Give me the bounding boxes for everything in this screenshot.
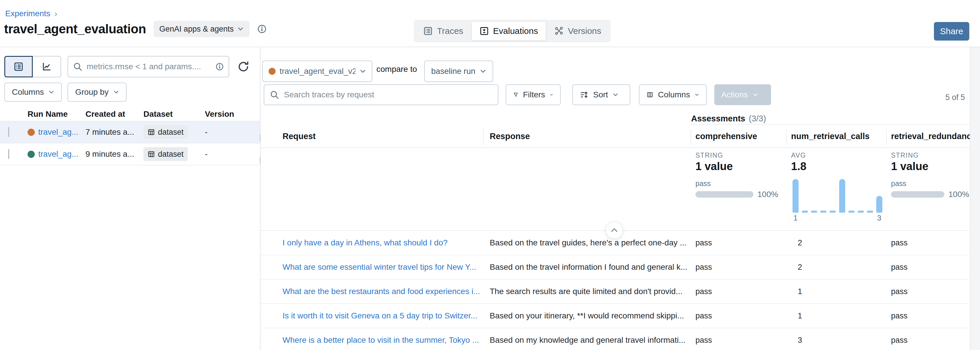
group-by-label: Group by — [75, 88, 108, 97]
baseline-run-dropdown[interactable]: baseline run — [424, 60, 493, 82]
collapse-summary-button[interactable] — [606, 222, 622, 239]
run-filter-box — [67, 56, 229, 77]
dataset-tag-label: dataset — [158, 150, 184, 159]
request-link[interactable]: Is it worth it to visit Geneva on a 5 da… — [283, 311, 483, 320]
baseline-run-label: baseline run — [431, 67, 476, 76]
info-icon[interactable] — [215, 62, 224, 71]
compare-to-label: compare to — [376, 65, 417, 74]
run-checkbox[interactable] — [8, 127, 9, 137]
traces-list-icon — [423, 26, 433, 36]
num-retrieval-calls-value: 1 — [786, 312, 886, 320]
trace-search-input[interactable] — [283, 90, 493, 100]
histogram-max-label: 3 — [877, 213, 881, 223]
run-table: Run Name Created at Dataset Version trav… — [0, 108, 260, 165]
evaluations-plusminus-icon — [479, 26, 489, 36]
tab-versions[interactable]: Versions — [547, 22, 609, 40]
chevron-down-icon — [612, 92, 618, 98]
experiment-type-label: GenAI apps & agents — [159, 25, 234, 33]
summary-type-label: STRING — [891, 151, 919, 159]
actions-button[interactable]: Actions — [714, 84, 771, 105]
run-name-link[interactable]: travel_ag... — [38, 127, 78, 137]
num-retrieval-calls-value: 1 — [786, 287, 886, 296]
eval-rows: I only have a day in Athens, what should… — [261, 231, 969, 350]
assessments-count: (3/3) — [749, 114, 766, 123]
run-selector-label: travel_agent_eval_v2 — [280, 67, 356, 76]
dataset-header: Dataset — [143, 110, 205, 119]
share-button[interactable]: Share — [934, 22, 969, 41]
histogram-empty-bin — [811, 211, 817, 213]
num-retrieval-calls-value: 2 — [786, 263, 886, 272]
refresh-icon[interactable] — [237, 60, 250, 73]
histogram-bar — [839, 179, 845, 213]
vertical-scrollbar[interactable] — [970, 47, 980, 350]
version-header: Version — [205, 110, 260, 119]
table-view-button[interactable] — [4, 56, 33, 77]
tab-evaluations[interactable]: Evaluations — [471, 21, 546, 41]
search-icon — [269, 90, 279, 100]
request-link[interactable]: I only have a day in Athens, what should… — [283, 238, 483, 247]
assessment-column-header: comprehensive — [690, 125, 786, 148]
run-checkbox[interactable] — [8, 149, 9, 159]
histogram-bar — [792, 179, 799, 213]
tab-traces[interactable]: Traces — [415, 22, 471, 40]
trace-count-label: 5 of 5 — [945, 93, 965, 102]
columns-button[interactable]: Columns — [639, 84, 707, 105]
progress-percent: 100% — [757, 190, 778, 199]
request-link[interactable]: What are some essential winter travel ti… — [283, 262, 483, 272]
sort-button[interactable]: Sort — [572, 84, 630, 105]
summary-type-label: STRING — [695, 151, 723, 159]
comprehensive-value: pass — [690, 287, 786, 296]
progress-bar — [695, 191, 753, 197]
run-table-rows: travel_ag...7 minutes a...dataset-travel… — [0, 121, 260, 165]
assessment-column-header: num_retrieval_calls — [786, 125, 886, 148]
eval-table-row[interactable]: What are some essential winter travel ti… — [261, 255, 969, 280]
summary-value: 1.8 — [791, 160, 807, 173]
response-text: The search results are quite limited and… — [483, 287, 690, 296]
chevron-down-icon — [695, 92, 699, 98]
assessment-column-header: retrieval_redundancy — [886, 125, 969, 148]
run-name-link[interactable]: travel_ag... — [38, 150, 78, 159]
dataset-tag[interactable]: dataset — [143, 147, 188, 161]
run-version: - — [205, 150, 260, 159]
run-color-dot — [27, 151, 35, 158]
chart-view-button[interactable] — [33, 56, 61, 77]
group-by-button[interactable]: Group by — [67, 83, 126, 102]
eval-table-row[interactable]: Where is a better place to visit in the … — [261, 328, 969, 350]
summary-type-label: AVG — [791, 151, 806, 159]
request-column-header: Request — [261, 125, 483, 148]
histogram-min-label: 1 — [793, 213, 797, 223]
dataset-tag[interactable]: dataset — [143, 125, 188, 139]
chevron-down-icon — [480, 68, 486, 75]
comprehensive-value: pass — [690, 312, 786, 320]
eval-table-row[interactable]: Is it worth it to visit Geneva on a 5 da… — [261, 304, 969, 328]
run-filter-input[interactable] — [86, 62, 212, 72]
sidebar-columns-button[interactable]: Columns — [4, 83, 62, 102]
chevron-up-icon — [610, 226, 618, 234]
sort-label: Sort — [593, 90, 608, 99]
columns-label: Columns — [658, 90, 690, 99]
filters-button[interactable]: Filters — [506, 84, 561, 105]
dataset-grid-icon — [148, 128, 155, 136]
overflow-menu-icon[interactable] — [966, 25, 970, 41]
request-link[interactable]: What are the best restaurants and food e… — [283, 287, 483, 296]
chevron-down-icon — [113, 89, 119, 95]
run-selector-dropdown[interactable]: travel_agent_eval_v2 — [262, 60, 372, 82]
retrieval-redundancy-value: pass — [886, 336, 969, 345]
request-link[interactable]: Where is a better place to visit in the … — [283, 336, 483, 345]
run-table-row[interactable]: travel_ag...7 minutes a...dataset- — [0, 121, 260, 143]
page-title: travel_agent_evaluation — [4, 22, 146, 36]
table-view-icon — [13, 61, 24, 72]
breadcrumb-experiments-link[interactable]: Experiments — [5, 9, 51, 18]
summary-progress: 100% — [891, 190, 969, 199]
run-created-at: 7 minutes a... — [86, 127, 143, 137]
sort-icon — [580, 91, 589, 99]
comprehensive-value: pass — [690, 336, 786, 345]
breadcrumb-chevron-icon: › — [54, 9, 57, 19]
info-icon[interactable] — [257, 24, 267, 34]
view-mode-toggle — [4, 56, 61, 77]
run-table-row[interactable]: travel_ag...9 minutes a...dataset- — [0, 143, 260, 165]
search-icon — [73, 62, 83, 72]
retrieval-redundancy-value: pass — [886, 312, 969, 320]
experiment-type-pill[interactable]: GenAI apps & agents — [154, 21, 250, 37]
eval-table-row[interactable]: What are the best restaurants and food e… — [261, 280, 969, 304]
